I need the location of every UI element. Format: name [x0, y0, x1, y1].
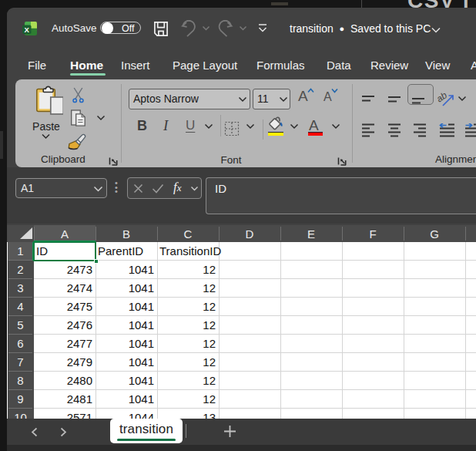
svg-text:ab: ab: [437, 89, 449, 104]
svg-text:X: X: [25, 25, 30, 34]
